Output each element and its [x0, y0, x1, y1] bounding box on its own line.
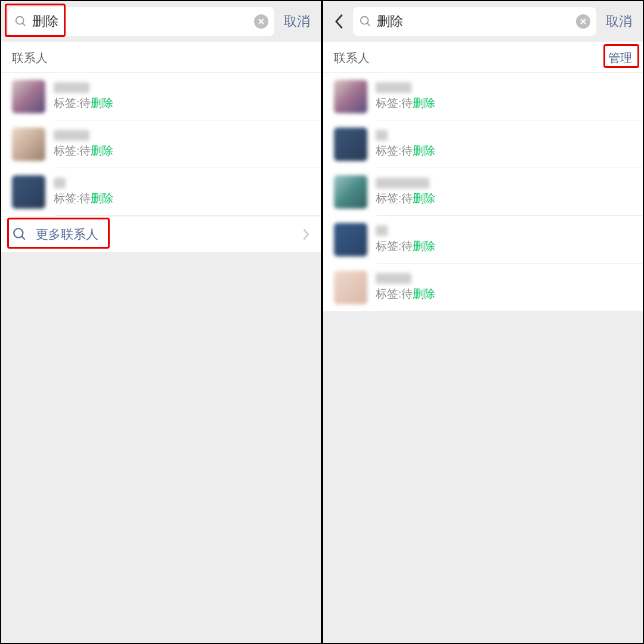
avatar — [12, 80, 45, 113]
contact-name-redacted — [376, 82, 411, 93]
svg-point-6 — [361, 17, 369, 24]
contact-meta: 标签:待删除 — [54, 82, 113, 111]
cancel-button[interactable]: 取消 — [280, 13, 314, 30]
contacts-list: 标签:待删除 标签:待删除 标签:待删除 标签:待删除 — [323, 73, 643, 311]
contact-name-redacted — [376, 225, 388, 236]
svg-point-0 — [16, 17, 24, 24]
cancel-button[interactable]: 取消 — [602, 13, 636, 30]
contact-tag: 标签:待删除 — [376, 95, 435, 111]
contact-name-redacted — [54, 178, 66, 188]
contact-name-redacted — [54, 82, 89, 93]
contact-tag: 标签:待删除 — [376, 286, 435, 302]
section-header-contacts: 联系人 管理 — [323, 42, 643, 73]
contact-row[interactable]: 标签:待删除 — [323, 216, 643, 264]
contact-meta: 标签:待删除 — [376, 273, 435, 302]
contact-row[interactable]: 标签:待删除 — [1, 168, 321, 216]
contact-row[interactable]: 标签:待删除 — [1, 120, 321, 168]
contact-name-redacted — [54, 130, 89, 141]
avatar — [334, 80, 367, 113]
chevron-right-icon — [302, 228, 310, 241]
avatar — [12, 128, 45, 161]
manage-button[interactable]: 管理 — [608, 50, 632, 66]
back-button[interactable] — [330, 10, 347, 33]
search-input[interactable] — [32, 14, 249, 29]
contact-row[interactable]: 标签:待删除 — [323, 120, 643, 168]
section-title: 联系人 — [334, 50, 370, 66]
avatar — [334, 223, 367, 256]
contact-tag: 标签:待删除 — [54, 143, 113, 159]
contact-meta: 标签:待删除 — [376, 130, 435, 159]
more-contacts-label: 更多联系人 — [36, 226, 98, 243]
more-contacts-row[interactable]: 更多联系人 — [1, 216, 321, 252]
contact-tag: 标签:待删除 — [376, 143, 435, 159]
clear-icon[interactable] — [254, 14, 268, 29]
svg-line-7 — [367, 23, 370, 26]
svg-line-5 — [21, 236, 24, 239]
search-icon — [12, 227, 27, 242]
contact-meta: 标签:待删除 — [376, 82, 435, 111]
clear-icon[interactable] — [576, 14, 590, 29]
search-header: 取消 — [1, 1, 321, 42]
contact-meta: 标签:待删除 — [54, 130, 113, 159]
contact-row[interactable]: 标签:待删除 — [323, 168, 643, 216]
contact-tag: 标签:待删除 — [376, 191, 435, 206]
contact-row[interactable]: 标签:待删除 — [1, 73, 321, 120]
section-title: 联系人 — [12, 50, 48, 66]
search-icon — [359, 15, 372, 28]
contact-row[interactable]: 标签:待删除 — [323, 73, 643, 120]
svg-point-4 — [14, 228, 23, 237]
section-header-contacts: 联系人 — [1, 42, 321, 73]
contact-name-redacted — [376, 130, 388, 141]
search-box[interactable] — [353, 7, 596, 36]
svg-line-1 — [23, 23, 26, 26]
contact-row[interactable]: 标签:待删除 — [323, 264, 643, 311]
search-icon — [14, 15, 27, 28]
avatar — [334, 128, 367, 161]
contact-tag: 标签:待删除 — [376, 239, 435, 254]
contact-meta: 标签:待删除 — [376, 178, 435, 206]
search-box[interactable] — [8, 7, 274, 36]
contact-meta: 标签:待删除 — [54, 178, 113, 206]
contact-meta: 标签:待删除 — [376, 225, 435, 254]
search-header: 取消 — [323, 1, 643, 42]
contacts-list: 标签:待删除 标签:待删除 标签:待删除 — [1, 73, 321, 216]
contact-name-redacted — [376, 273, 411, 284]
contact-tag: 标签:待删除 — [54, 191, 113, 206]
contact-tag: 标签:待删除 — [54, 95, 113, 111]
contact-name-redacted — [376, 178, 429, 188]
avatar — [334, 175, 367, 209]
avatar — [334, 271, 367, 304]
avatar — [12, 175, 45, 209]
left-pane: 取消 联系人 标签:待删除 标签:待删除 标签:待删除 — [0, 0, 322, 644]
search-input[interactable] — [377, 14, 571, 29]
right-pane: 取消 联系人 管理 标签:待删除 标签:待删除 标签:待删除 — [322, 0, 644, 644]
